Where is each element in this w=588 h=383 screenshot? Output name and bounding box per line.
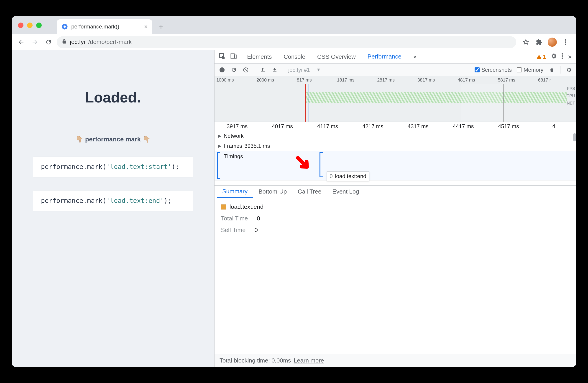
svg-point-2 — [565, 39, 566, 41]
url-path: /demo/perf-mark — [88, 39, 132, 45]
detail-tabs: Summary Bottom-Up Call Tree Event Log — [214, 186, 576, 198]
chrome-menu-icon[interactable] — [561, 38, 570, 47]
svg-rect-7 — [234, 55, 236, 58]
total-blocking-time-label: Total blocking time: 0.00ms — [220, 357, 291, 364]
window-controls — [18, 22, 42, 28]
svg-point-8 — [562, 53, 563, 55]
capture-dropdown-icon[interactable]: ▼ — [316, 67, 321, 72]
svg-point-4 — [565, 43, 566, 45]
overview-load-marker — [305, 84, 306, 122]
favicon-icon — [61, 23, 68, 30]
garbage-collect-icon[interactable] — [548, 66, 555, 73]
memory-checkbox[interactable]: Memory — [517, 67, 543, 73]
page-content: Loaded. 👇🏼 performance mark 👇🏼 performan… — [12, 50, 214, 367]
summary-event-name: load.text:end — [221, 203, 570, 210]
warnings-badge[interactable]: 1 — [536, 53, 546, 60]
devtools-menu-icon[interactable] — [561, 53, 563, 61]
summary-total-time: Total Time 0 — [221, 215, 570, 222]
tab-event-log[interactable]: Event Log — [327, 186, 365, 198]
extensions-icon[interactable] — [534, 38, 544, 47]
flame-network-row[interactable]: ▶ Network — [214, 131, 576, 141]
tab-summary[interactable]: Summary — [217, 186, 253, 198]
inspect-element-icon[interactable] — [219, 53, 226, 61]
tab-title: performance.mark() — [71, 23, 119, 30]
tab-performance[interactable]: Performance — [362, 50, 407, 63]
flame-timings-row[interactable]: Timings 0 load.text:end — [214, 151, 576, 181]
device-toolbar-icon[interactable] — [230, 53, 237, 61]
tab-css-overview[interactable]: CSS Overview — [311, 50, 362, 63]
profile-avatar[interactable] — [548, 38, 557, 47]
overview-time-ruler: 1000 ms 2000 ms 817 ms 1817 ms 2817 ms 3… — [214, 76, 576, 84]
capture-settings-icon[interactable] — [566, 66, 572, 73]
secure-icon — [62, 39, 67, 45]
code-snippet: performance.mark('load.text:end'); — [33, 191, 193, 211]
zoom-window-button[interactable] — [36, 22, 42, 28]
performance-footer: Total blocking time: 0.00ms Learn more — [214, 354, 576, 367]
reload-button[interactable] — [43, 37, 54, 48]
overview-dcl-marker — [309, 84, 309, 122]
svg-point-3 — [565, 42, 566, 43]
close-window-button[interactable] — [18, 22, 23, 28]
flame-time-ruler: 3917 ms 4017 ms 4117 ms 4217 ms 4317 ms … — [214, 122, 576, 131]
svg-point-9 — [562, 55, 563, 57]
timing-tooltip: 0 load.text:end — [327, 171, 369, 181]
record-button[interactable] — [219, 66, 226, 73]
browser-tab[interactable]: performance.mark() × — [57, 19, 152, 34]
settings-icon[interactable] — [550, 53, 557, 61]
capture-select[interactable]: jec.fyi #1 — [288, 67, 311, 73]
learn-more-link[interactable]: Learn more — [294, 357, 324, 364]
close-devtools-button[interactable]: × — [568, 53, 572, 61]
disclosure-icon[interactable]: ▶ — [218, 144, 221, 149]
scrollbar-thumb[interactable] — [573, 133, 576, 141]
timings-bracket-icon — [217, 152, 220, 179]
svg-rect-6 — [231, 54, 234, 58]
clear-button[interactable] — [242, 66, 249, 73]
disclosure-icon[interactable]: ▶ — [218, 133, 221, 138]
address-bar: jec.fyi/demo/perf-mark — [12, 34, 576, 50]
code-snippet: performance.mark('load.text:start'); — [33, 157, 193, 177]
performance-toolbar: jec.fyi #1 ▼ Screenshots Memory — [214, 64, 576, 76]
close-tab-button[interactable]: × — [144, 23, 148, 30]
tab-elements[interactable]: Elements — [241, 50, 278, 63]
new-tab-button[interactable]: + — [155, 21, 167, 33]
devtools-panel: Elements Console CSS Overview Performanc… — [214, 50, 576, 367]
event-color-swatch — [221, 205, 226, 210]
url-host: jec.fyi — [70, 39, 85, 45]
forward-button[interactable] — [29, 37, 40, 48]
svg-point-10 — [562, 57, 563, 59]
minimize-window-button[interactable] — [27, 22, 33, 28]
svg-point-1 — [63, 25, 66, 28]
summary-self-time: Self Time 0 — [221, 227, 570, 234]
timing-mark[interactable] — [319, 152, 323, 177]
browser-window: performance.mark() × + jec.fyi/demo/perf… — [12, 16, 576, 367]
summary-pane: load.text:end Total Time 0 Self Time 0 — [214, 198, 576, 354]
download-profile-button[interactable] — [271, 66, 278, 73]
page-subheading: 👇🏼 performance mark 👇🏼 — [75, 135, 150, 143]
tab-call-tree[interactable]: Call Tree — [293, 186, 327, 198]
flame-chart[interactable]: 3917 ms 4017 ms 4117 ms 4217 ms 4317 ms … — [214, 122, 576, 186]
reload-record-button[interactable] — [231, 66, 237, 73]
upload-profile-button[interactable] — [259, 66, 266, 73]
page-heading: Loaded. — [85, 89, 141, 106]
frames-duration: 3935.1 ms — [244, 143, 270, 149]
more-tabs-button[interactable]: » — [407, 50, 422, 63]
overview-lane-labels: FPS CPU NET — [566, 85, 575, 107]
tab-console[interactable]: Console — [278, 50, 311, 63]
back-button[interactable] — [16, 37, 27, 48]
screenshots-checkbox[interactable]: Screenshots — [475, 67, 512, 73]
flame-frames-row[interactable]: ▶ Frames 3935.1 ms — [214, 141, 576, 151]
devtools-tabs: Elements Console CSS Overview Performanc… — [214, 50, 576, 64]
annotation-arrow-icon — [294, 154, 313, 172]
url-input[interactable]: jec.fyi/demo/perf-mark — [57, 36, 516, 48]
overview-viewport[interactable] — [461, 84, 504, 122]
bookmark-star-icon[interactable] — [521, 38, 530, 47]
tab-strip: performance.mark() × + — [12, 16, 576, 34]
tab-bottom-up[interactable]: Bottom-Up — [253, 186, 292, 198]
timeline-overview[interactable]: 1000 ms 2000 ms 817 ms 1817 ms 2817 ms 3… — [214, 76, 576, 122]
